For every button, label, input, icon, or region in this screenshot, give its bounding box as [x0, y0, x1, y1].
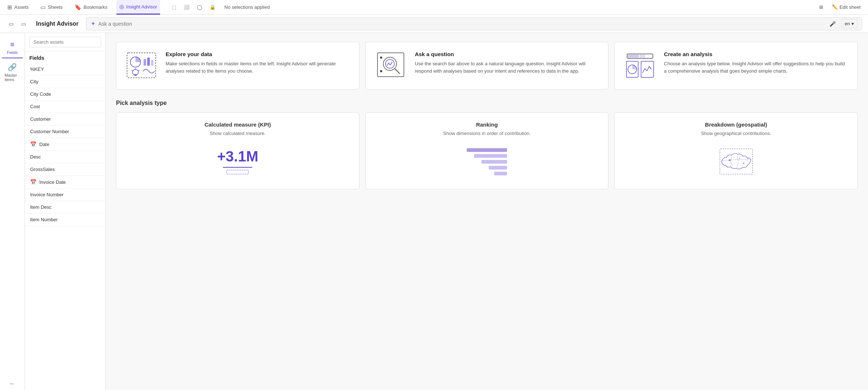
field-label: Item Desc	[30, 204, 52, 210]
geo-card-title: Breakdown (geospatial)	[623, 121, 849, 128]
rank-bar-3	[481, 160, 507, 164]
selection-tool-circle[interactable]: ◯	[194, 3, 205, 11]
svg-rect-21	[720, 149, 752, 174]
sidebar-item-fields[interactable]: ≡ Fields	[2, 37, 23, 58]
ask-question-bar[interactable]: ✦ 🎤 en ▾	[86, 17, 862, 30]
field-label: Customer	[30, 116, 51, 122]
panel-toggle-right[interactable]: ▭	[18, 19, 29, 29]
svg-rect-3	[147, 58, 150, 66]
sparkle-icon: ✦	[91, 20, 95, 27]
nav-assets[interactable]: ⊞ Assets	[4, 0, 32, 15]
nav-sheets[interactable]: ▭ Sheets	[37, 0, 65, 15]
field-item-invoice-number[interactable]: Invoice Number	[25, 189, 105, 201]
edit-sheet-button[interactable]: ✏️ Edit sheet	[829, 3, 864, 11]
field-label: Customer Number	[30, 129, 69, 134]
create-card-title: Create an analysis	[664, 51, 849, 57]
link-icon: 🔗	[8, 63, 17, 72]
svg-rect-13	[628, 55, 639, 58]
field-item-item-desc[interactable]: Item Desc	[25, 201, 105, 214]
sidebar-collapse-button[interactable]: ←	[7, 378, 18, 390]
field-item-date[interactable]: 📅 Date	[25, 138, 105, 151]
language-selector[interactable]: en ▾	[842, 19, 857, 28]
geo-svg	[718, 147, 755, 176]
field-label: City	[30, 79, 38, 84]
explore-card[interactable]: Explore your data Make selections in fie…	[116, 42, 359, 90]
fields-list: %KEY City City Code Cost Customer Custom…	[25, 63, 105, 390]
svg-point-10	[380, 57, 382, 59]
info-cards-row: Explore your data Make selections in fie…	[116, 42, 858, 90]
field-item-gross-sales[interactable]: GrossSales	[25, 163, 105, 176]
ask-question-input[interactable]	[98, 21, 824, 27]
field-item-city[interactable]: City	[25, 76, 105, 88]
create-card-desc: Choose an analysis type below. Insight A…	[664, 60, 849, 74]
svg-rect-17	[641, 61, 654, 77]
nav-bookmarks[interactable]: 🔖 Bookmarks	[72, 0, 111, 15]
field-label: Invoice Number	[30, 192, 64, 197]
edit-icon: ✏️	[832, 4, 838, 10]
explore-card-icon	[125, 51, 158, 80]
field-item-city-code[interactable]: City Code	[25, 88, 105, 101]
calendar-icon: 📅	[30, 179, 36, 185]
kpi-underline	[223, 167, 252, 168]
field-item-customer-number[interactable]: Customer Number	[25, 125, 105, 138]
field-label: Desc	[30, 154, 41, 160]
svg-line-9	[395, 69, 399, 73]
analysis-types-row: Calculated measure (KPI) Show calculated…	[116, 112, 858, 189]
explore-card-title: Explore your data	[166, 51, 350, 57]
ask-card-title: Ask a question	[415, 51, 600, 57]
field-item-invoice-date[interactable]: 📅 Invoice Date	[25, 176, 105, 189]
create-card-icon	[623, 51, 657, 80]
svg-rect-4	[151, 60, 153, 66]
rank-bar-5	[494, 172, 507, 175]
ask-card-body: Ask a question Use the search bar above …	[415, 51, 600, 74]
field-item-item-number[interactable]: Item Number	[25, 214, 105, 226]
ranking-bars	[464, 145, 510, 178]
field-label: GrossSales	[30, 167, 55, 172]
svg-point-11	[380, 70, 382, 72]
main-layout: ≡ Fields 🔗 Master items ← Fields %KEY Ci…	[0, 33, 868, 390]
svg-point-18	[728, 159, 730, 161]
search-assets-input[interactable]	[29, 37, 101, 47]
bookmarks-icon: 🔖	[75, 4, 82, 11]
fields-panel: Fields %KEY City City Code Cost Customer…	[25, 33, 106, 390]
sheets-icon: ▭	[40, 4, 46, 11]
panel-toggle-left[interactable]: ▭	[6, 19, 16, 29]
panel-toggle: ▭ ▭	[6, 19, 29, 29]
rank-bar-1	[467, 148, 507, 152]
field-item-cost[interactable]: Cost	[25, 101, 105, 113]
create-card[interactable]: Create an analysis Choose an analysis ty…	[614, 42, 858, 90]
nav-insight-advisor[interactable]: ◎ Insight Advisor	[116, 0, 160, 15]
create-card-body: Create an analysis Choose an analysis ty…	[664, 51, 849, 74]
grid-view-button[interactable]: ⊞	[816, 3, 826, 11]
field-item-desc[interactable]: Desc	[25, 151, 105, 163]
no-selections-label: No selections applied	[224, 4, 270, 10]
field-item-percent-key[interactable]: %KEY	[25, 63, 105, 76]
analysis-ranking-card[interactable]: Ranking Show dimensions in order of cont…	[365, 112, 609, 189]
svg-point-20	[743, 163, 744, 164]
fields-search	[25, 33, 105, 51]
rank-bar-4	[489, 166, 507, 170]
kpi-card-desc: Show calculated measure.	[125, 131, 350, 136]
top-nav: ⊞ Assets ▭ Sheets 🔖 Bookmarks ◎ Insight …	[0, 0, 868, 15]
ranking-card-visual	[375, 143, 600, 180]
mic-button[interactable]: 🎤	[827, 18, 839, 30]
analysis-kpi-card[interactable]: Calculated measure (KPI) Show calculated…	[116, 112, 359, 189]
analysis-geo-card[interactable]: Breakdown (geospatial) Show geographical…	[614, 112, 858, 189]
geo-card-desc: Show geographical contributions.	[623, 131, 849, 136]
svg-point-8	[386, 59, 394, 68]
kpi-dashed	[227, 170, 249, 174]
sidebar-item-master-items[interactable]: 🔗 Master items	[2, 60, 23, 85]
ask-card[interactable]: Ask a question Use the search bar above …	[365, 42, 609, 90]
geo-card-visual	[623, 143, 849, 180]
explore-card-desc: Make selections in fields or master item…	[166, 60, 350, 74]
selection-tool-lock[interactable]: 🔒	[207, 3, 218, 11]
field-item-customer[interactable]: Customer	[25, 113, 105, 125]
field-label: Date	[39, 142, 49, 147]
rank-bar-2	[474, 154, 507, 158]
selection-tool-expand[interactable]: ⬜	[181, 3, 192, 11]
ranking-card-desc: Show dimensions in order of contribution…	[375, 131, 600, 136]
selection-tool-lasso[interactable]: ⬚	[169, 3, 179, 11]
field-label: Item Number	[30, 217, 58, 222]
main-content: Explore your data Make selections in fie…	[106, 33, 868, 390]
second-bar: ▭ ▭ Insight Advisor ✦ 🎤 en ▾	[0, 15, 868, 33]
